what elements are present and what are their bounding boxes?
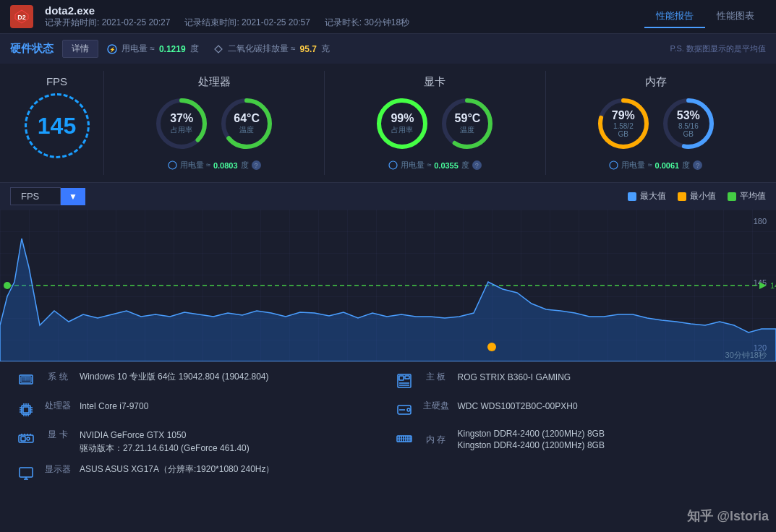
memory-help-icon[interactable]: ? [693, 160, 702, 170]
ram-label: 8.5/16 GB [674, 122, 703, 138]
ram-icon [394, 429, 414, 449]
hw-title: 硬件状态 [10, 42, 54, 56]
storage-val: WDC WDS100T2B0C-00PXH0 [458, 401, 578, 411]
sysinfo-section: 系 统 Windows 10 专业版 64位 19042.804 (19042.… [0, 361, 776, 492]
cpu-energy-icon [168, 160, 177, 170]
svg-rect-36 [405, 376, 409, 379]
hw-note: P.S. 数据图显示的是平均值 [670, 43, 766, 54]
system-icon [16, 371, 36, 391]
gpu-energy-unit: 度 [461, 160, 469, 171]
sysinfo-display: 显示器 ASUS ASUS XG17A（分辨率:1920*1080 240Hz） [10, 460, 388, 486]
motherboard-icon [394, 371, 414, 391]
metrics-section: FPS 145 处理器 37% 占用率 [0, 64, 776, 183]
sysinfo-motherboard-content: 主 板 ROG STRIX B360-I GAMING [422, 371, 571, 383]
gpu-energy-value: 0.0355 [434, 161, 459, 170]
gpu-energy-label: 用电量 ≈ [401, 160, 431, 171]
fps-selector-label: FPS [10, 187, 61, 205]
fps-title: FPS [46, 75, 67, 87]
watermark: 知乎 @lstoria [687, 507, 769, 525]
gpu-usage-gauge: 99% 占用率 [373, 95, 431, 153]
sysinfo-system: 系 统 Windows 10 专业版 64位 19042.804 (19042.… [10, 368, 388, 394]
energy-icon: ⚡ [107, 44, 117, 54]
memory-energy-value: 0.0061 [655, 161, 680, 170]
svg-point-54 [407, 408, 410, 411]
ram-gauge: 53% 8.5/16 GB [660, 95, 717, 153]
svg-rect-71 [20, 468, 33, 477]
vram-val: 79% [609, 109, 638, 122]
display-key: 显示器 [43, 463, 72, 476]
energy-label: 用电量 ≈ [121, 43, 155, 55]
motherboard-key: 主 板 [422, 371, 451, 383]
memory-energy-label: 用电量 ≈ [621, 160, 652, 171]
svg-rect-31 [22, 377, 25, 380]
carbon-label: 二氧化碳排放量 ≈ [228, 43, 296, 55]
cpu-energy-row: 用电量 ≈ 0.0803 度 ? [168, 160, 261, 171]
fps-gauge: 145 [25, 93, 90, 158]
memory-val1: Kingston DDR4-2400 (1200MHz) 8GB [458, 429, 605, 439]
energy-stat: ⚡ 用电量 ≈ 0.1219 度 [107, 43, 199, 55]
detail-button[interactable]: 详情 [62, 40, 98, 58]
gpu-temp-val: 59°C [455, 112, 481, 125]
header: D2 dota2.exe 记录开始时间: 2021-02-25 20:27 记录… [0, 0, 776, 34]
memory-val2: Kingston DDR4-2400 (1200MHz) 8GB [458, 440, 605, 450]
gpu-energy-row: 用电量 ≈ 0.0355 度 ? [388, 160, 482, 171]
hw-status-bar: 硬件状态 详情 ⚡ 用电量 ≈ 0.1219 度 二氧化碳排放量 ≈ 95.7 … [0, 34, 776, 64]
gpu-title: 显卡 [424, 75, 445, 89]
tab-chart[interactable]: 性能图表 [705, 5, 766, 28]
legend-avg: 平均值 [728, 190, 766, 202]
fps-selector: FPS ▼ [10, 187, 85, 205]
memory-gauges: 79% 1.58/2 GB 53% 8.5/16 GB [594, 95, 717, 153]
sysinfo-display-content: 显示器 ASUS ASUS XG17A（分辨率:1920*1080 240Hz） [43, 463, 274, 476]
motherboard-val: ROG STRIX B360-I GAMING [458, 372, 571, 382]
svg-point-18 [610, 161, 618, 169]
cpu-gauges: 37% 占用率 64°C 温度 [153, 95, 276, 153]
sysinfo-gpu: 显 卡 NVIDIA GeForce GTX 1050 驱动版本：27.21.1… [10, 426, 388, 458]
tab-report[interactable]: 性能报告 [644, 5, 705, 28]
legend-min-dot [678, 192, 686, 201]
hw-bar-left: 硬件状态 详情 ⚡ 用电量 ≈ 0.1219 度 二氧化碳排放量 ≈ 95.7 … [10, 40, 330, 58]
app-icon: D2 [10, 5, 33, 28]
sysinfo-storage-content: 主硬盘 WDC WDS100T2B0C-00PXH0 [422, 400, 578, 412]
gpu-val: NVIDIA GeForce GTX 1050 [80, 430, 186, 440]
svg-text:D2: D2 [17, 14, 26, 21]
time-info: 记录开始时间: 2021-02-25 20:27 记录结束时间: 2021-02… [45, 17, 409, 29]
cpu-energy-value: 0.0803 [213, 161, 238, 170]
fps-dropdown-button[interactable]: ▼ [61, 188, 85, 205]
cpu-usage-label: 占用率 [170, 125, 193, 135]
header-left: D2 dota2.exe 记录开始时间: 2021-02-25 20:27 记录… [10, 4, 409, 29]
storage-key: 主硬盘 [422, 400, 451, 412]
record-start: 记录开始时间: 2021-02-25 20:27 [45, 17, 170, 29]
gpu-usage-label: 占用率 [391, 125, 414, 135]
svg-rect-57 [21, 437, 25, 441]
fps-value: 145 [38, 113, 76, 140]
legend-max-label: 最大值 [640, 190, 666, 202]
storage-icon [394, 400, 414, 420]
carbon-value: 95.7 [300, 44, 317, 54]
sysinfo-storage: 主硬盘 WDC WDS100T2B0C-00PXH0 [388, 397, 767, 423]
ram-val: 53% [674, 109, 703, 122]
gpu-icon [16, 429, 36, 449]
gpu-driver: 驱动版本：27.21.14.6140 (GeForce 461.40) [80, 443, 250, 453]
carbon-icon [213, 44, 223, 54]
svg-text:30分钟18秒: 30分钟18秒 [725, 351, 767, 359]
svg-point-24 [4, 282, 11, 289]
sysinfo-cpu-content: 处理器 Intel Core i7-9700 [43, 400, 148, 412]
cpu-usage-gauge: 37% 占用率 [153, 95, 210, 153]
svg-point-58 [27, 437, 30, 440]
legend-avg-label: 平均值 [740, 190, 766, 202]
cpu-usage-val: 37% [170, 112, 193, 125]
gpu-help-icon[interactable]: ? [472, 160, 482, 170]
svg-rect-35 [399, 376, 404, 380]
sysinfo-memory: 内 存 Kingston DDR4-2400 (1200MHz) 8GB Kin… [388, 426, 767, 458]
gpu-key: 显 卡 [43, 429, 72, 441]
cpu-help-icon[interactable]: ? [252, 160, 261, 170]
chart-area: 180 145 120 145 30分钟18秒 [0, 210, 776, 361]
legend-avg-dot [728, 192, 736, 201]
display-icon [16, 463, 36, 484]
gpu-group: 显卡 99% 占用率 59°C [325, 71, 545, 175]
svg-point-27 [487, 343, 496, 351]
memory-group: 内存 79% 1.58/2 GB 53% [546, 71, 766, 175]
vram-gauge: 79% 1.58/2 GB [594, 95, 652, 153]
system-key: 系 统 [43, 371, 72, 383]
cpu-key: 处理器 [43, 400, 72, 412]
